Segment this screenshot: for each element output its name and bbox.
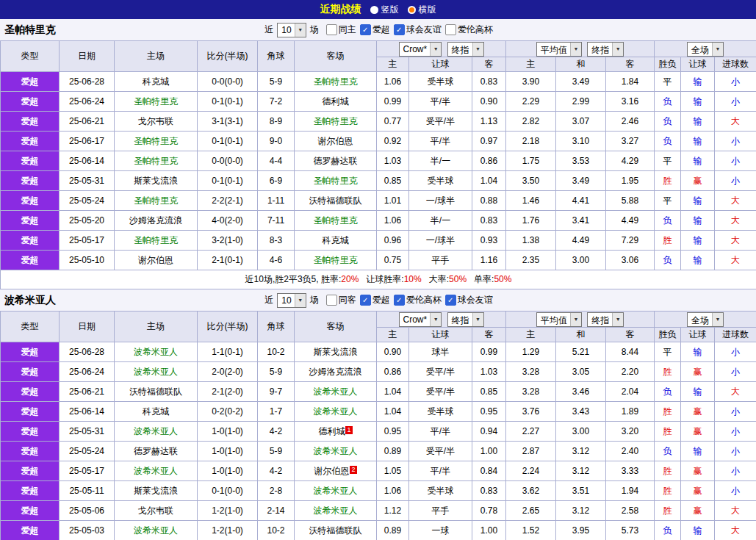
result-outcome: 胜 [655, 171, 681, 191]
euro-odds-type-select[interactable]: 平均值▼ [536, 42, 582, 57]
home-team: 斯莱戈流浪 [115, 171, 198, 191]
filter-checkbox[interactable]: ✓ [394, 295, 405, 306]
team-label: 沙姆洛克流浪 [309, 367, 362, 377]
asian-handicap: 平/半 [409, 461, 472, 481]
layout-radio-horizontal[interactable]: 横版 [408, 4, 436, 16]
league-badge: 爱超 [1, 402, 60, 422]
result-scope-select[interactable]: 全场▼ [687, 312, 724, 327]
filter-checkbox[interactable] [445, 24, 456, 35]
result-goals: 大 [715, 382, 756, 402]
team-label: 圣帕特里克 [314, 255, 358, 265]
corners-score: 1-7 [258, 402, 295, 422]
asian-odds-select-group: Crow*▼ 终指▼ [377, 41, 506, 57]
filter-bar: 近 10▼ 场 同主✓爱超✓球会友谊爱伦高杯 [263, 23, 492, 37]
league-badge: 爱超 [1, 112, 60, 132]
filter-checkbox[interactable] [326, 24, 337, 35]
corners-score: 5-9 [258, 442, 295, 461]
col-asian-away: 客 [472, 57, 506, 72]
asian-home-odds: 1.04 [377, 382, 409, 402]
asian-handicap: 平/半 [409, 422, 472, 442]
euro-away-odds: 4.49 [606, 211, 655, 231]
asian-home-odds: 1.01 [377, 191, 409, 211]
euro-home-odds: 1.76 [506, 211, 556, 231]
team-label: 斯莱戈流浪 [314, 347, 358, 357]
match-date: 25-06-28 [60, 72, 115, 92]
match-score: 0-2(0-2) [198, 402, 258, 422]
asian-handicap: 一球 [409, 521, 472, 540]
match-count-select[interactable]: 10▼ [277, 23, 306, 37]
match-score: 1-0(1-0) [198, 442, 258, 461]
asian-away-odds: 0.90 [472, 92, 506, 112]
asian-odds-select-group: Crow*▼ 终指▼ [377, 312, 506, 328]
team-label: 波希米亚人 [314, 386, 358, 397]
result-goals: 小 [715, 342, 756, 362]
layout-radio-vertical[interactable]: 竖版 [370, 4, 399, 16]
home-team: 沃特福德联队 [115, 382, 198, 402]
filter-checkbox[interactable]: ✓ [445, 295, 456, 306]
asian-odds-time-select[interactable]: 终指▼ [447, 42, 484, 57]
euro-home-odds: 2.35 [506, 251, 556, 270]
asian-away-odds: 0.93 [472, 231, 506, 251]
team-label: 德罗赫达联 [314, 156, 358, 166]
away-team: 圣帕特里克 [295, 72, 377, 92]
result-scope-select[interactable]: 全场▼ [687, 42, 724, 57]
away-team: 波希米亚人 [295, 382, 377, 402]
result-outcome: 平 [655, 72, 681, 92]
result-handicap: 输 [681, 191, 715, 211]
euro-home-odds: 1.38 [506, 231, 556, 251]
corners-score: 8-3 [258, 231, 295, 251]
euro-draw-odds: 3.10 [556, 132, 606, 151]
team-label: 波希米亚人 [134, 426, 178, 436]
bookmaker-select[interactable]: Crow*▼ [399, 312, 442, 327]
euro-draw-odds: 3.41 [556, 211, 606, 231]
result-goals: 小 [715, 132, 756, 151]
away-team: 沙姆洛克流浪 [295, 362, 377, 382]
match-date: 25-05-11 [60, 481, 115, 501]
chevron-down-icon: ▼ [712, 43, 723, 56]
euro-away-odds: 1.95 [606, 171, 655, 191]
away-team: 圣帕特里克 [295, 171, 377, 191]
bookmaker-select[interactable]: Crow*▼ [399, 42, 442, 57]
near-label: 近 [264, 294, 273, 306]
result-scope-select-group: 全场▼ [655, 41, 756, 57]
match-count-select[interactable]: 10▼ [277, 293, 306, 308]
filter-checkbox[interactable]: ✓ [394, 24, 405, 35]
asian-away-odds: 0.95 [472, 402, 506, 422]
euro-home-odds: 1.29 [506, 342, 556, 362]
summary-text: 大率: [429, 274, 449, 284]
euro-away-odds: 4.29 [606, 151, 655, 171]
match-score: 2-1(2-0) [198, 382, 258, 402]
filter-checkbox-label: 同主 [339, 24, 356, 36]
result-outcome: 负 [655, 251, 681, 270]
corners-score: 7-11 [258, 211, 295, 231]
asian-away-odds: 1.13 [472, 112, 506, 132]
result-outcome: 负 [655, 211, 681, 231]
result-goals: 小 [715, 171, 756, 191]
col-header-away: 客场 [295, 41, 377, 72]
match-row: 爱超25-05-10谢尔伯恩2-1(0-1)4-6圣帕特里克0.75平手1.16… [1, 251, 756, 270]
radio-label: 横版 [419, 4, 436, 16]
asian-handicap: 半/一 [409, 211, 472, 231]
team-label: 科克城 [143, 406, 169, 417]
col-euro-draw: 和 [556, 328, 606, 342]
asian-handicap: 受平/半 [409, 442, 472, 461]
league-badge: 爱超 [1, 211, 60, 231]
filter-checkbox[interactable]: ✓ [360, 24, 371, 35]
col-goals-result: 进球数 [715, 57, 756, 72]
euro-away-odds: 3.33 [606, 461, 655, 481]
away-team: 德利城 [295, 92, 377, 112]
match-score: 3-1(3-1) [198, 112, 258, 132]
euro-odds-time-select[interactable]: 终指▼ [587, 42, 624, 57]
result-scope-select-group: 全场▼ [655, 312, 756, 328]
radio-icon [370, 6, 378, 14]
result-goals: 大 [715, 112, 756, 132]
record-summary: 近10场,胜2平3负5, 胜率:20%让球胜率:10%大率:50%单率:50% [1, 270, 756, 289]
asian-home-odds: 0.75 [377, 251, 409, 270]
euro-odds-time-select[interactable]: 终指▼ [587, 312, 624, 327]
filter-checkbox[interactable]: ✓ [360, 295, 371, 306]
match-row: 爱超25-05-03波希米亚人1-2(1-0)10-2沃特福德联队0.89一球1… [1, 521, 756, 540]
filter-checkbox[interactable] [326, 295, 337, 306]
euro-home-odds: 3.50 [506, 171, 556, 191]
asian-odds-time-select[interactable]: 终指▼ [447, 312, 484, 327]
euro-odds-type-select[interactable]: 平均值▼ [536, 312, 582, 327]
